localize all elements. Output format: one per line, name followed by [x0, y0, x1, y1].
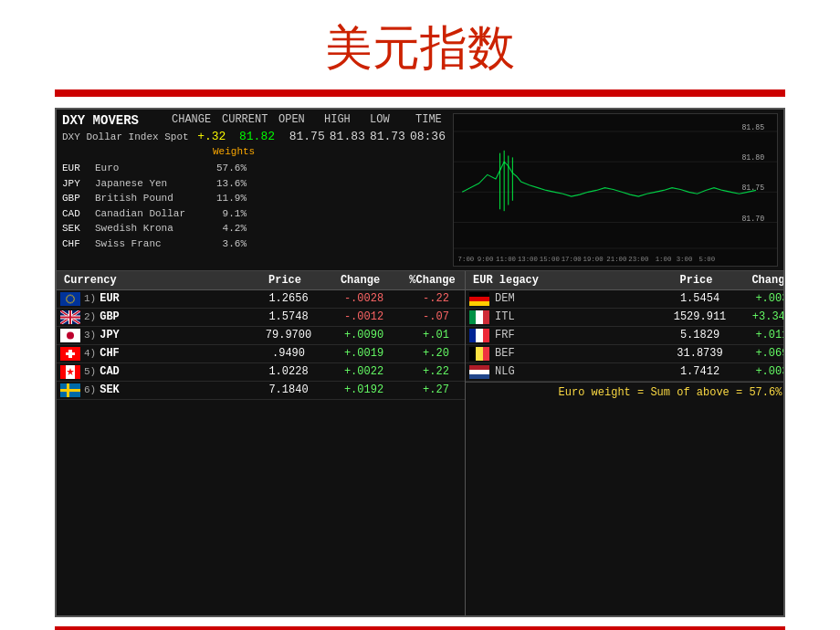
table-row: ITL 1529.911 +3.3412 9.0% — [466, 309, 783, 327]
weight-row: CHFSwiss Franc3.6% — [62, 236, 446, 252]
svg-rect-70 — [469, 347, 476, 361]
r-change-cell: +3.3412 — [739, 310, 783, 323]
r-change-cell: +.0034 — [739, 292, 783, 305]
currency-weights: EUREuro57.6%JPYJapanese Yen13.6%GBPBriti… — [62, 161, 446, 251]
col-header-pct: %Change — [399, 271, 466, 289]
flag-currency-cell: 4) CHF — [60, 347, 252, 361]
svg-text:15:00: 15:00 — [540, 256, 561, 263]
svg-rect-74 — [469, 370, 489, 374]
svg-text:81.70: 81.70 — [741, 215, 764, 224]
svg-point-50 — [67, 331, 74, 339]
left-table: 1) EUR 1.2656 -.0028 -.22 2) GBP 1.5748 … — [57, 290, 466, 615]
pct-cell: +.01 — [403, 329, 469, 341]
svg-rect-72 — [483, 347, 489, 361]
title-section: 美元指数 — [0, 0, 840, 89]
change-cell: -.0012 — [325, 310, 403, 323]
svg-rect-66 — [483, 310, 489, 324]
r-price-cell: 5.1829 — [661, 329, 739, 341]
col-header-r-change: Change — [735, 271, 783, 289]
dxy-high-val: 81.83 — [330, 130, 370, 143]
right-table-headers: EUR legacy Price Change Weight — [466, 271, 783, 289]
r-change-cell: +.0696 — [739, 347, 783, 360]
right-flag-cell: ITL — [469, 310, 661, 324]
dxy-section: DXY MOVERS CHANGE CURRENT OPEN HIGH LOW … — [57, 110, 783, 271]
title-divider — [55, 89, 785, 97]
current-col-label: CURRENT — [222, 113, 278, 128]
svg-rect-73 — [469, 365, 489, 370]
flag-currency-cell: 1) EUR — [60, 292, 252, 306]
col-header-eur-legacy: EUR legacy — [466, 271, 657, 289]
table-row: 5) CAD 1.0228 +.0022 +.22 — [57, 363, 465, 382]
main-panel: DXY MOVERS CHANGE CURRENT OPEN HIGH LOW … — [55, 108, 785, 617]
svg-text:17:00: 17:00 — [562, 256, 583, 263]
svg-rect-63 — [469, 301, 489, 306]
dxy-current-val: 81.82 — [239, 130, 289, 143]
price-cell: 1.5748 — [252, 310, 325, 323]
svg-rect-68 — [476, 329, 483, 342]
svg-text:13:00: 13:00 — [518, 256, 539, 263]
low-col-label: LOW — [370, 113, 415, 128]
time-col-label: TIME — [415, 113, 442, 128]
table-headers: Currency Price Change %Change EUR legacy… — [57, 271, 783, 290]
svg-text:81.75: 81.75 — [741, 184, 764, 193]
pct-cell: -.07 — [403, 310, 469, 323]
table-row: FRF 5.1829 +.0113 13.1% — [466, 327, 783, 345]
right-flag-cell: NLG — [469, 365, 661, 379]
svg-rect-67 — [469, 329, 476, 342]
table-row: 3) JPY 79.9700 +.0090 +.01 — [57, 327, 465, 345]
svg-rect-48 — [60, 316, 80, 318]
pct-cell: +.22 — [403, 365, 469, 378]
weights-label: Weights — [213, 146, 446, 157]
right-flag-cell: DEM — [469, 292, 661, 306]
col-header-r-price: Price — [657, 271, 735, 289]
table-row: 2) GBP 1.5748 -.0012 -.07 — [57, 309, 465, 327]
price-cell: 1.2656 — [252, 292, 325, 305]
price-cell: 7.1840 — [252, 383, 325, 396]
svg-text:9:00: 9:00 — [478, 256, 494, 263]
svg-text:19:00: 19:00 — [583, 256, 604, 263]
svg-text:81.80: 81.80 — [741, 153, 764, 163]
col-header-price: Price — [248, 271, 321, 289]
svg-rect-26 — [60, 292, 80, 306]
change-cell: +.0019 — [325, 347, 403, 360]
page-title: 美元指数 — [0, 16, 840, 80]
r-price-cell: 1.7412 — [661, 365, 739, 378]
right-table: DEM 1.5454 +.0034 20.8% ITL 1529.911 +3.… — [466, 290, 783, 615]
table-row: BEF 31.8739 +.0696 6.4% — [466, 345, 783, 363]
euro-weight-note: Euro weight = Sum of above = 57.6% — [466, 382, 783, 403]
r-price-cell: 1.5454 — [661, 292, 739, 305]
price-cell: 1.0228 — [252, 365, 325, 378]
change-cell: +.0192 — [325, 383, 403, 396]
right-flag-cell: FRF — [469, 329, 661, 342]
dxy-low-val: 81.73 — [370, 130, 410, 143]
svg-rect-61 — [469, 292, 489, 297]
pct-cell: +.27 — [403, 383, 469, 396]
svg-text:81.85: 81.85 — [741, 123, 764, 132]
svg-text:5:00: 5:00 — [698, 256, 715, 263]
svg-rect-62 — [469, 297, 489, 301]
svg-rect-71 — [476, 347, 483, 361]
table-row: 4) CHF .9490 +.0019 +.20 — [57, 345, 465, 363]
svg-text:3:00: 3:00 — [677, 256, 693, 263]
weight-row: EUREuro57.6% — [62, 161, 446, 176]
flag-currency-cell: 5) CAD — [60, 365, 252, 379]
dxy-spot-name: DXY Dollar Index Spot — [62, 131, 197, 142]
svg-rect-53 — [66, 352, 75, 355]
page-wrapper: 美元指数 DXY MOVERS CHANGE CURRENT OPEN HIGH… — [0, 0, 840, 630]
r-change-cell: +.0038 — [739, 365, 783, 378]
svg-rect-60 — [60, 389, 80, 392]
pct-cell: +.20 — [403, 347, 469, 360]
weight-row: JPYJapanese Yen13.6% — [62, 176, 446, 192]
col-header-change: Change — [321, 271, 399, 289]
table-row: NLG 1.7412 +.0038 8.3% — [466, 363, 783, 382]
dxy-movers-label: DXY MOVERS — [62, 113, 139, 128]
svg-rect-69 — [483, 329, 489, 342]
high-col-label: HIGH — [324, 113, 370, 128]
weight-row: SEKSwedish Krona4.2% — [62, 221, 446, 236]
right-flag-cell: BEF — [469, 347, 661, 361]
svg-rect-55 — [60, 365, 66, 379]
table-row: 6) SEK 7.1840 +.0192 +.27 — [57, 382, 465, 400]
svg-rect-65 — [476, 310, 483, 324]
dxy-chart: 81.85 81.80 81.75 81.70 7:00 9:00 11:00 … — [454, 114, 777, 266]
svg-text:11:00: 11:00 — [496, 256, 517, 263]
